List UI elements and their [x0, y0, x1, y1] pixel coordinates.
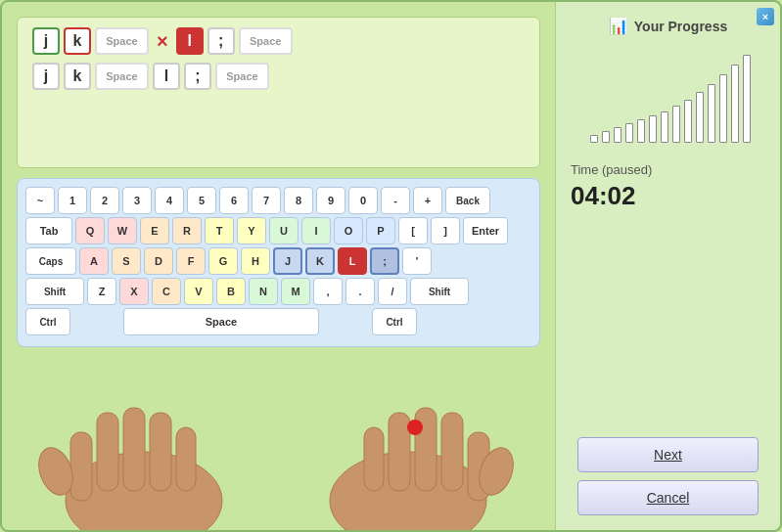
key-k[interactable]: K — [305, 247, 335, 275]
kb-row-asdf: Caps A S D F G H J K L ; ' — [25, 247, 531, 275]
error-marker: × — [157, 30, 168, 53]
time-value: 04:02 — [571, 181, 765, 211]
key-a[interactable]: A — [79, 247, 109, 275]
char-space-2: Space — [239, 27, 293, 55]
chart-bar-6 — [661, 111, 668, 143]
key-3[interactable]: 3 — [122, 187, 152, 214]
key-equals[interactable]: + — [413, 187, 442, 214]
key-l[interactable]: L — [338, 247, 367, 275]
key-4[interactable]: 4 — [155, 187, 184, 214]
main-window: × j k Space × l ; Space j k Space l ; Sp… — [0, 0, 782, 532]
char-j-typed: j — [32, 27, 60, 55]
next-button[interactable]: Next — [577, 437, 759, 472]
key-1[interactable]: 1 — [58, 187, 87, 214]
key-slash[interactable]: / — [378, 278, 407, 305]
svg-rect-4 — [150, 413, 171, 491]
left-hand — [32, 408, 222, 530]
chart-bar-0 — [590, 135, 598, 143]
key-n[interactable]: N — [249, 278, 278, 305]
key-r[interactable]: R — [172, 217, 202, 244]
char-k-error: k — [64, 27, 91, 55]
key-2[interactable]: 2 — [90, 187, 119, 214]
key-b[interactable]: B — [216, 278, 246, 305]
key-d[interactable]: D — [144, 247, 173, 275]
key-m[interactable]: M — [281, 278, 310, 305]
key-o[interactable]: O — [334, 217, 363, 244]
svg-rect-9 — [389, 413, 410, 491]
key-u[interactable]: U — [269, 217, 299, 244]
kb-row-space: Ctrl Space Ctrl — [25, 308, 531, 335]
char-space-4: Space — [215, 63, 269, 90]
key-backspace[interactable]: Back — [445, 187, 490, 214]
key-semicolon[interactable]: ; — [370, 247, 399, 275]
cancel-button[interactable]: Cancel — [577, 480, 759, 515]
key-space[interactable]: Space — [123, 308, 319, 335]
key-w[interactable]: W — [108, 217, 137, 244]
key-period[interactable]: . — [345, 278, 375, 305]
key-0[interactable]: 0 — [348, 187, 378, 214]
keyboard: ~ 1 2 3 4 5 6 7 8 9 0 - + Back Tab Q W E — [17, 178, 540, 347]
char-k-expected: k — [64, 63, 91, 90]
hands-svg — [17, 374, 540, 530]
key-comma[interactable]: , — [313, 278, 343, 305]
exercise-row-2: j k Space l ; Space — [32, 63, 525, 90]
char-semi-1: ; — [207, 27, 235, 55]
kb-row-numbers: ~ 1 2 3 4 5 6 7 8 9 0 - + Back — [25, 187, 531, 214]
progress-section-title: 📊 Your Progress — [609, 17, 727, 35]
time-label: Time (paused) — [571, 162, 765, 177]
svg-rect-3 — [123, 408, 145, 491]
key-minus[interactable]: - — [381, 187, 410, 214]
key-t[interactable]: T — [205, 217, 234, 244]
key-6[interactable]: 6 — [219, 187, 249, 214]
key-g[interactable]: G — [208, 247, 238, 275]
key-e[interactable]: E — [140, 217, 169, 244]
key-h[interactable]: H — [241, 247, 270, 275]
svg-rect-5 — [176, 427, 196, 491]
key-quote[interactable]: ' — [402, 247, 432, 275]
key-i[interactable]: I — [301, 217, 331, 244]
key-f[interactable]: F — [176, 247, 206, 275]
chart-bar-11 — [719, 74, 727, 143]
key-tilde[interactable]: ~ — [25, 187, 55, 214]
char-space-3: Space — [95, 63, 149, 90]
chart-bar-1 — [602, 131, 610, 143]
key-ctrl-right[interactable]: Ctrl — [372, 308, 417, 335]
exercise-row-1: j k Space × l ; Space — [32, 27, 525, 55]
key-rbracket[interactable]: ] — [431, 217, 460, 244]
svg-rect-1 — [70, 432, 92, 501]
chart-bar-12 — [731, 65, 739, 143]
key-c[interactable]: C — [152, 278, 181, 305]
char-l-wrong: l — [176, 27, 204, 55]
kb-row-qwerty: Tab Q W E R T Y U I O P [ ] Enter — [25, 217, 531, 244]
chart-bar-icon: 📊 — [609, 17, 628, 35]
key-shift-left[interactable]: Shift — [25, 278, 84, 305]
key-tab[interactable]: Tab — [25, 217, 72, 244]
key-ctrl-left[interactable]: Ctrl — [25, 308, 70, 335]
key-caps[interactable]: Caps — [25, 247, 76, 275]
key-5[interactable]: 5 — [187, 187, 216, 214]
key-9[interactable]: 9 — [316, 187, 345, 214]
chart-bar-4 — [637, 119, 645, 143]
key-x[interactable]: X — [119, 278, 149, 305]
chart-bar-8 — [684, 100, 692, 143]
left-panel: j k Space × l ; Space j k Space l ; Spac… — [2, 2, 555, 530]
key-enter[interactable]: Enter — [463, 217, 508, 244]
key-z[interactable]: Z — [87, 278, 116, 305]
key-j[interactable]: J — [273, 247, 302, 275]
key-8[interactable]: 8 — [284, 187, 313, 214]
key-q[interactable]: Q — [75, 217, 105, 244]
time-section: Time (paused) 04:02 — [571, 162, 765, 211]
key-v[interactable]: V — [184, 278, 213, 305]
chart-bar-2 — [614, 127, 621, 143]
key-7[interactable]: 7 — [252, 187, 281, 214]
chart-bar-7 — [672, 106, 680, 143]
close-button[interactable]: × — [757, 8, 774, 25]
key-y[interactable]: Y — [237, 217, 266, 244]
char-semi-2: ; — [184, 63, 211, 90]
chart-bar-5 — [649, 115, 657, 143]
kb-row-zxcv: Shift Z X C V B N M , . / Shift — [25, 278, 531, 305]
key-lbracket[interactable]: [ — [398, 217, 428, 244]
key-shift-right[interactable]: Shift — [410, 278, 469, 305]
key-s[interactable]: S — [112, 247, 141, 275]
key-p[interactable]: P — [366, 217, 395, 244]
